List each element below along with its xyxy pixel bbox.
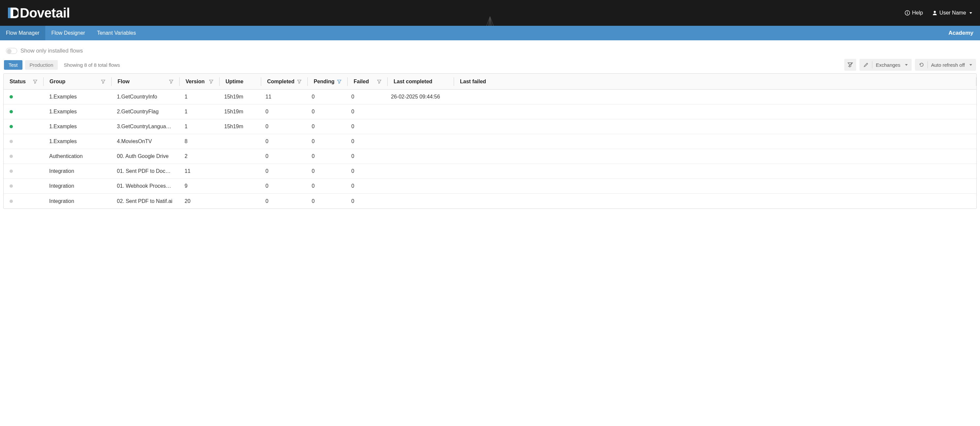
logo-mark-icon <box>8 6 19 19</box>
status-dot-icon <box>10 169 13 173</box>
nav-tab-flow-manager[interactable]: Flow Manager <box>0 26 45 40</box>
cell-version: 9 <box>179 183 218 189</box>
brand-name: Dovetail <box>20 6 70 21</box>
env-tab-production[interactable]: Production <box>25 60 58 70</box>
svg-line-4 <box>490 16 516 26</box>
table-row[interactable]: Integration 01. Webhook Processe… 9 0 0 … <box>4 179 976 194</box>
cell-status <box>4 169 43 173</box>
status-dot-icon <box>10 110 13 113</box>
cell-completed: 0 <box>259 168 306 174</box>
cell-completed: 0 <box>259 124 306 129</box>
th-uptime[interactable]: Uptime <box>220 79 261 85</box>
th-pending[interactable]: Pending <box>308 79 347 85</box>
cell-failed: 0 <box>345 109 385 115</box>
toolbar-left: Test Production Showing 8 of 8 total flo… <box>4 60 120 70</box>
filter-icon[interactable] <box>297 79 301 84</box>
header-right: Help User Name <box>905 10 972 16</box>
cell-status <box>4 155 43 158</box>
th-flow[interactable]: Flow <box>111 79 179 85</box>
filter-icon[interactable] <box>337 79 341 84</box>
nav-tab-label: Flow Designer <box>51 30 85 36</box>
cell-group: Integration <box>43 168 111 174</box>
th-completed[interactable]: Completed <box>261 79 307 85</box>
cell-version: 20 <box>179 198 218 204</box>
cell-pending: 0 <box>306 198 345 204</box>
cell-failed: 0 <box>345 183 385 189</box>
status-dot-icon <box>10 199 13 203</box>
th-status[interactable]: Status <box>4 79 43 85</box>
user-icon <box>932 10 937 16</box>
cell-group: Authentication <box>43 153 111 159</box>
chevron-down-icon <box>905 64 908 66</box>
svg-rect-6 <box>8 8 11 18</box>
help-link[interactable]: Help <box>905 10 923 16</box>
cell-pending: 0 <box>306 124 345 129</box>
svg-line-3 <box>490 16 496 26</box>
cell-status <box>4 110 43 113</box>
cell-completed: 0 <box>259 183 306 189</box>
filter-icon[interactable] <box>169 79 173 84</box>
app-header: Dovetail Help User Name <box>0 0 980 26</box>
cell-status <box>4 184 43 188</box>
cell-flow: 3.GetCountryLanguages <box>111 124 179 129</box>
info-icon <box>905 10 910 16</box>
nav-tab-flow-designer[interactable]: Flow Designer <box>45 26 91 40</box>
env-tabs: Test Production <box>4 60 58 70</box>
cell-group: Integration <box>43 198 111 204</box>
cell-completed: 11 <box>259 94 306 100</box>
cell-last-completed: 26-02-2025 09:44:56 <box>385 94 451 100</box>
nav-right-academy[interactable]: Academy <box>948 26 974 40</box>
user-menu[interactable]: User Name <box>932 10 972 16</box>
svg-point-9 <box>907 11 908 12</box>
cell-group: Integration <box>43 183 111 189</box>
filter-icon[interactable] <box>33 79 37 84</box>
cell-group: 1.Examples <box>43 94 111 100</box>
exchanges-label: Exchanges <box>876 62 900 68</box>
th-failed[interactable]: Failed <box>348 79 387 85</box>
nav-tab-label: Tenant Variables <box>97 30 136 36</box>
cell-failed: 0 <box>345 153 385 159</box>
table-row[interactable]: 1.Examples 3.GetCountryLanguages 1 15h19… <box>4 119 976 134</box>
cell-completed: 0 <box>259 109 306 115</box>
filter-off-icon <box>847 62 853 68</box>
status-dot-icon <box>10 140 13 143</box>
svg-line-1 <box>464 16 490 26</box>
th-last-completed[interactable]: Last completed <box>388 79 454 85</box>
clear-filters-button[interactable] <box>844 59 856 71</box>
table-row[interactable]: Integration 01. Sent PDF to DocPar… 11 0… <box>4 164 976 179</box>
installed-flows-toggle[interactable] <box>6 48 17 54</box>
th-last-failed[interactable]: Last failed <box>454 79 976 85</box>
cell-flow: 1.GetCountryInfo <box>111 94 179 100</box>
table-row[interactable]: 1.Examples 1.GetCountryInfo 1 15h19m 11 … <box>4 89 976 104</box>
cell-pending: 0 <box>306 139 345 144</box>
th-group[interactable]: Group <box>44 79 111 85</box>
table-row[interactable]: 1.Examples 4.MoviesOnTV 8 0 0 0 <box>4 134 976 149</box>
installed-flows-toggle-label: Show only installed flows <box>21 48 83 54</box>
filter-icon[interactable] <box>101 79 105 84</box>
divider <box>872 61 872 69</box>
filter-icon[interactable] <box>209 79 213 84</box>
table-row[interactable]: Integration 02. Sent PDF to Natif.ai 20 … <box>4 194 976 209</box>
auto-refresh-button[interactable]: Auto refresh off <box>915 59 976 71</box>
cell-uptime: 15h19m <box>218 109 259 115</box>
th-version[interactable]: Version <box>180 79 219 85</box>
user-name: User Name <box>939 10 966 16</box>
cell-status <box>4 125 43 128</box>
svg-line-5 <box>490 16 546 26</box>
exchanges-button[interactable]: Exchanges <box>859 59 911 71</box>
cell-pending: 0 <box>306 109 345 115</box>
cell-pending: 0 <box>306 168 345 174</box>
chevron-down-icon <box>969 12 972 14</box>
nav-tab-tenant-variables[interactable]: Tenant Variables <box>91 26 142 40</box>
env-tab-test[interactable]: Test <box>4 60 22 70</box>
filter-icon[interactable] <box>377 79 381 84</box>
table-row[interactable]: Authentication 00. Auth Google Drive 2 0… <box>4 149 976 164</box>
table-body: 1.Examples 1.GetCountryInfo 1 15h19m 11 … <box>4 89 976 209</box>
cell-failed: 0 <box>345 94 385 100</box>
brand-logo[interactable]: Dovetail <box>8 6 70 21</box>
cell-completed: 0 <box>259 139 306 144</box>
flows-table: Status Group Flow Version Uptime <box>3 73 977 209</box>
toolbar-right: Exchanges Auto refresh off <box>844 59 976 71</box>
table-row[interactable]: 1.Examples 2.GetCountryFlag 1 15h19m 0 0… <box>4 104 976 119</box>
auto-refresh-label: Auto refresh off <box>931 62 965 68</box>
